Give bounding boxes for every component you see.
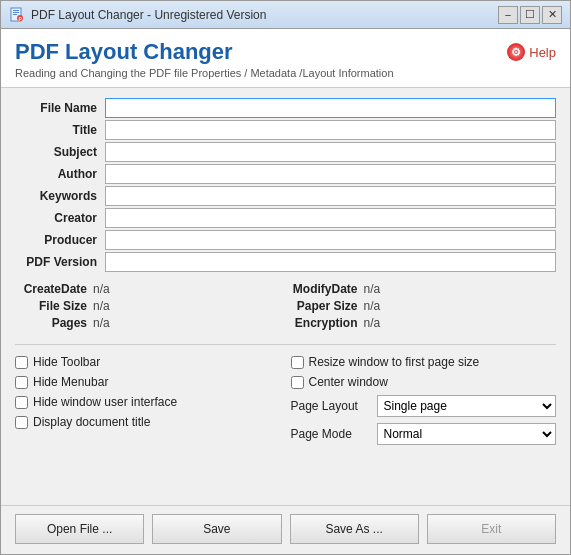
- checkbox-display-title-label: Display document title: [33, 415, 150, 429]
- input-author[interactable]: [105, 164, 556, 184]
- header-left: PDF Layout Changer Reading and Changing …: [15, 39, 394, 79]
- input-pdfversion[interactable]: [105, 252, 556, 272]
- input-creator[interactable]: [105, 208, 556, 228]
- label-title: Title: [15, 123, 105, 137]
- value-pages: n/a: [93, 316, 110, 330]
- input-title[interactable]: [105, 120, 556, 140]
- checkbox-center-window: Center window: [291, 375, 557, 389]
- input-subject[interactable]: [105, 142, 556, 162]
- checkbox-hide-menubar-input[interactable]: [15, 376, 28, 389]
- options-right: Resize window to first page size Center …: [291, 355, 557, 445]
- checkbox-hide-toolbar-label: Hide Toolbar: [33, 355, 100, 369]
- label-page-mode: Page Mode: [291, 427, 371, 441]
- help-icon: ⚙: [507, 43, 525, 61]
- label-encryption: Encryption: [286, 316, 358, 330]
- form-row-producer: Producer: [15, 230, 556, 250]
- minimize-button[interactable]: −: [498, 6, 518, 24]
- form-row-subject: Subject: [15, 142, 556, 162]
- label-modify-date: ModifyDate: [286, 282, 358, 296]
- label-producer: Producer: [15, 233, 105, 247]
- exit-button[interactable]: Exit: [427, 514, 556, 544]
- label-pdfversion: PDF Version: [15, 255, 105, 269]
- label-pages: Pages: [15, 316, 87, 330]
- info-create-date: CreateDate n/a: [15, 282, 286, 296]
- value-encryption: n/a: [364, 316, 381, 330]
- checkbox-hide-ui: Hide window user interface: [15, 395, 281, 409]
- info-modify-date: ModifyDate n/a: [286, 282, 557, 296]
- app-subtitle: Reading and Changing the PDF file Proper…: [15, 67, 394, 79]
- title-bar: P PDF Layout Changer - Unregistered Vers…: [1, 1, 570, 29]
- svg-rect-1: [13, 10, 19, 11]
- checkbox-resize-window: Resize window to first page size: [291, 355, 557, 369]
- checkbox-center-window-input[interactable]: [291, 376, 304, 389]
- dropdown-row-page-layout: Page Layout Single page One column Two c…: [291, 395, 557, 417]
- input-filename[interactable]: [105, 98, 556, 118]
- form-row-keywords: Keywords: [15, 186, 556, 206]
- form-row-author: Author: [15, 164, 556, 184]
- select-page-mode[interactable]: Normal Outlines Thumbnails Full screen O…: [377, 423, 557, 445]
- form-row-pdfversion: PDF Version: [15, 252, 556, 272]
- label-create-date: CreateDate: [15, 282, 87, 296]
- value-modify-date: n/a: [364, 282, 381, 296]
- form-row-creator: Creator: [15, 208, 556, 228]
- checkboxes-left: Hide Toolbar Hide Menubar Hide window us…: [15, 355, 281, 445]
- checkbox-hide-toolbar: Hide Toolbar: [15, 355, 281, 369]
- form-fields: File Name Title Subject Author Keywords …: [15, 98, 556, 274]
- checkbox-hide-ui-input[interactable]: [15, 396, 28, 409]
- checkbox-resize-window-input[interactable]: [291, 356, 304, 369]
- checkbox-hide-menubar: Hide Menubar: [15, 375, 281, 389]
- checkbox-hide-ui-label: Hide window user interface: [33, 395, 177, 409]
- help-button[interactable]: ⚙ Help: [507, 43, 556, 61]
- label-file-size: File Size: [15, 299, 87, 313]
- main-window: P PDF Layout Changer - Unregistered Vers…: [0, 0, 571, 555]
- form-row-title: Title: [15, 120, 556, 140]
- buttons-section: Open File ... Save Save As ... Exit: [1, 505, 570, 554]
- value-paper-size: n/a: [364, 299, 381, 313]
- checkbox-hide-menubar-label: Hide Menubar: [33, 375, 108, 389]
- form-row-filename: File Name: [15, 98, 556, 118]
- value-create-date: n/a: [93, 282, 110, 296]
- info-encryption: Encryption n/a: [286, 316, 557, 330]
- save-button[interactable]: Save: [152, 514, 281, 544]
- label-creator: Creator: [15, 211, 105, 225]
- input-producer[interactable]: [105, 230, 556, 250]
- main-content: File Name Title Subject Author Keywords …: [1, 88, 570, 505]
- separator: [15, 344, 556, 345]
- label-author: Author: [15, 167, 105, 181]
- label-keywords: Keywords: [15, 189, 105, 203]
- svg-rect-3: [13, 14, 17, 15]
- app-icon: P: [9, 7, 25, 23]
- checkbox-hide-toolbar-input[interactable]: [15, 356, 28, 369]
- header-section: PDF Layout Changer Reading and Changing …: [1, 29, 570, 88]
- checkbox-display-title: Display document title: [15, 415, 281, 429]
- label-page-layout: Page Layout: [291, 399, 371, 413]
- info-grid: CreateDate n/a ModifyDate n/a File Size …: [15, 282, 556, 330]
- label-subject: Subject: [15, 145, 105, 159]
- label-filename: File Name: [15, 101, 105, 115]
- value-file-size: n/a: [93, 299, 110, 313]
- info-paper-size: Paper Size n/a: [286, 299, 557, 313]
- open-file-button[interactable]: Open File ...: [15, 514, 144, 544]
- restore-button[interactable]: ☐: [520, 6, 540, 24]
- title-bar-buttons: − ☐ ✕: [498, 6, 562, 24]
- help-label: Help: [529, 45, 556, 60]
- info-file-size: File Size n/a: [15, 299, 286, 313]
- checkbox-resize-window-label: Resize window to first page size: [309, 355, 480, 369]
- label-paper-size: Paper Size: [286, 299, 358, 313]
- close-button[interactable]: ✕: [542, 6, 562, 24]
- input-keywords[interactable]: [105, 186, 556, 206]
- app-title: PDF Layout Changer: [15, 39, 394, 65]
- info-pages: Pages n/a: [15, 316, 286, 330]
- checkbox-center-window-label: Center window: [309, 375, 388, 389]
- save-as-button[interactable]: Save As ...: [290, 514, 419, 544]
- options-section: Hide Toolbar Hide Menubar Hide window us…: [15, 355, 556, 445]
- dropdown-row-page-mode: Page Mode Normal Outlines Thumbnails Ful…: [291, 423, 557, 445]
- title-bar-text: PDF Layout Changer - Unregistered Versio…: [31, 8, 498, 22]
- select-page-layout[interactable]: Single page One column Two columns left …: [377, 395, 557, 417]
- checkbox-display-title-input[interactable]: [15, 416, 28, 429]
- svg-rect-2: [13, 12, 19, 13]
